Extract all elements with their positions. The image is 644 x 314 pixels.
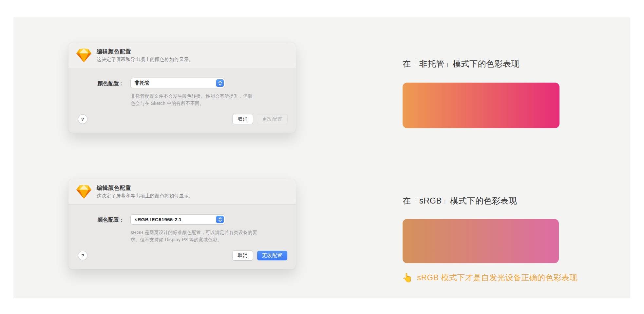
help-button[interactable]: ?	[78, 251, 87, 260]
description-line: 色会与在 Sketch 中的有所不不同。	[131, 100, 262, 107]
dialog-button-row: 取消 更改配置	[233, 114, 287, 124]
edit-color-profile-dialog-unmanaged: 编辑颜色配置 这决定了屏幕和导出项上的颜色将如何显示。 颜色配置： 非托管 非托…	[68, 43, 296, 133]
color-profile-label: 颜色配置：	[68, 80, 124, 87]
change-profile-button[interactable]: 更改配置	[257, 114, 287, 124]
dropdown-value: sRGB IEC61966-2.1	[135, 217, 182, 222]
dialog-subtitle: 这决定了屏幕和导出项上的颜色将如何显示。	[97, 56, 194, 63]
dialog-header: 编辑颜色配置 这决定了屏幕和导出项上的颜色将如何显示。	[68, 43, 296, 68]
description-line: sRGB 是网页设计的标准颜色配置，可以满足若各类设备的要	[131, 229, 262, 236]
change-profile-button[interactable]: 更改配置	[257, 251, 287, 260]
sketch-diamond-icon	[76, 49, 91, 62]
chevron-down-icon	[218, 84, 222, 86]
sketch-diamond-icon	[76, 185, 91, 199]
description-line: 求。但不支持如 Display P3 等的宽域色彩。	[131, 236, 262, 243]
chevron-up-icon	[218, 81, 222, 83]
dialog-header: 编辑颜色配置 这决定了屏幕和导出项上的颜色将如何显示。	[68, 179, 296, 205]
dialog-title: 编辑颜色配置	[97, 184, 194, 192]
cancel-button[interactable]: 取消	[233, 114, 253, 124]
profile-description: sRGB 是网页设计的标准颜色配置，可以满足若各类设备的要 求。但不支持如 Di…	[131, 229, 262, 243]
dialog-title: 编辑颜色配置	[97, 48, 194, 55]
dropdown-stepper-icon[interactable]	[216, 216, 224, 223]
dialog-subtitle: 这决定了屏幕和导出项上的颜色将如何显示。	[97, 193, 194, 199]
dropdown-stepper-icon[interactable]	[216, 79, 224, 87]
pointing-up-icon: 👆	[402, 273, 413, 282]
dialog-title-block: 编辑颜色配置 这决定了屏幕和导出项上的颜色将如何显示。	[97, 184, 194, 199]
srgb-mode-label: 在「sRGB」模式下的色彩表现	[403, 195, 517, 206]
cancel-button[interactable]: 取消	[233, 251, 253, 260]
chevron-down-icon	[218, 220, 222, 222]
srgb-gradient-swatch	[403, 219, 559, 263]
color-profile-dropdown[interactable]: 非托管	[131, 78, 225, 88]
color-profile-dropdown[interactable]: sRGB IEC61966-2.1	[131, 215, 225, 224]
dropdown-value: 非托管	[135, 80, 150, 86]
srgb-note: 👆 sRGB 模式下才是自发光设备正确的色彩表现	[402, 272, 578, 283]
content-panel: 编辑颜色配置 这决定了屏幕和导出项上的颜色将如何显示。 颜色配置： 非托管 非托…	[13, 17, 630, 298]
description-line: 非托管配置文件不会发生颜色转换。性能会有所提升，但颜	[131, 92, 262, 100]
dialog-body: 颜色配置： 非托管 非托管配置文件不会发生颜色转换。性能会有所提升，但颜 色会与…	[68, 68, 296, 132]
chevron-up-icon	[218, 217, 222, 219]
note-text: sRGB 模式下才是自发光设备正确的色彩表现	[417, 272, 578, 283]
unmanaged-gradient-swatch	[403, 83, 559, 128]
dialog-button-row: 取消 更改配置	[233, 251, 287, 260]
dialog-title-block: 编辑颜色配置 这决定了屏幕和导出项上的颜色将如何显示。	[97, 48, 194, 63]
profile-description: 非托管配置文件不会发生颜色转换。性能会有所提升，但颜 色会与在 Sketch 中…	[131, 92, 262, 107]
help-button[interactable]: ?	[78, 115, 87, 124]
edit-color-profile-dialog-srgb: 编辑颜色配置 这决定了屏幕和导出项上的颜色将如何显示。 颜色配置： sRGB I…	[68, 179, 296, 269]
dialog-body: 颜色配置： sRGB IEC61966-2.1 sRGB 是网页设计的标准颜色配…	[68, 205, 296, 269]
unmanaged-mode-label: 在「非托管」模式下的色彩表现	[403, 58, 520, 69]
color-profile-label: 颜色配置：	[68, 217, 124, 224]
